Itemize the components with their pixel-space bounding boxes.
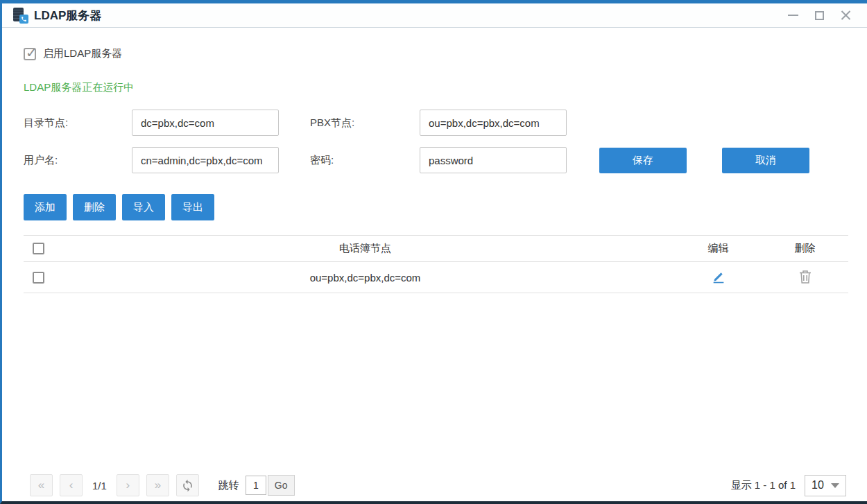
enable-ldap-checkbox[interactable]: [24, 48, 36, 60]
maximize-icon: [815, 11, 824, 20]
last-page-button[interactable]: »: [146, 474, 169, 496]
enable-ldap-label: 启用LDAP服务器: [43, 47, 122, 60]
pbx-node-label: PBX节点:: [310, 116, 420, 130]
enable-ldap-row: 启用LDAP服务器: [24, 47, 846, 60]
cancel-button[interactable]: 取消: [722, 148, 809, 173]
refresh-icon: [181, 479, 194, 492]
main-content: 启用LDAP服务器 LDAP服务器正在运行中 目录节点: PBX节点: 用户名:…: [2, 28, 867, 293]
window-controls: [787, 9, 857, 21]
edit-row-button[interactable]: [711, 269, 726, 284]
window-title: LDAP服务器: [34, 8, 101, 24]
close-icon: [841, 10, 851, 21]
trash-icon: [798, 269, 812, 284]
password-label: 密码:: [310, 154, 420, 167]
directory-node-input[interactable]: [132, 110, 279, 136]
jump-label: 跳转: [218, 479, 239, 492]
row-node-value: ou=pbx,dc=pbx,dc=com: [55, 272, 675, 284]
refresh-button[interactable]: [176, 474, 199, 496]
record-summary: 显示 1 - 1 of 1: [731, 479, 796, 492]
server-status-text: LDAP服务器正在运行中: [24, 81, 846, 94]
column-header-node: 电话簿节点: [55, 242, 675, 255]
pencil-icon: [711, 269, 726, 284]
minimize-icon: [788, 15, 798, 16]
page-size-value: 10: [812, 479, 824, 492]
form-row-1: 目录节点: PBX节点:: [24, 110, 846, 136]
ldap-server-window: LDAP服务器 启用LDAP服务器 LDAP服务器正在运行中 目录节点: PBX…: [0, 0, 867, 504]
import-button[interactable]: 导入: [122, 194, 165, 220]
add-button[interactable]: 添加: [24, 194, 67, 220]
username-label: 用户名:: [24, 154, 132, 167]
directory-node-label: 目录节点:: [24, 116, 132, 130]
pbx-node-input[interactable]: [420, 110, 567, 136]
column-header-edit: 编辑: [675, 242, 762, 255]
phonebook-toolbar: 添加 删除 导入 导出: [24, 194, 846, 220]
password-input[interactable]: [420, 147, 567, 173]
titlebar: LDAP服务器: [2, 3, 867, 28]
page-indicator: 1/1: [92, 480, 107, 492]
save-button[interactable]: 保存: [599, 148, 687, 173]
next-page-button[interactable]: ›: [117, 474, 139, 496]
row-checkbox[interactable]: [33, 272, 44, 284]
delete-row-button[interactable]: [798, 269, 812, 284]
maximize-button[interactable]: [813, 9, 825, 21]
column-header-delete: 删除: [762, 242, 848, 255]
close-button[interactable]: [839, 9, 852, 21]
form-row-2: 用户名: 密码: 保存 取消: [24, 147, 846, 173]
first-page-button[interactable]: «: [30, 474, 53, 496]
minimize-button[interactable]: [787, 9, 799, 21]
phone-badge-icon: [19, 15, 28, 24]
select-all-checkbox[interactable]: [33, 243, 44, 254]
go-button[interactable]: Go: [268, 475, 295, 496]
pagination-summary-area: 显示 1 - 1 of 1 10: [731, 475, 846, 496]
pagination-bar: « ‹ 1/1 › » 跳转 Go 显示 1 - 1 of 1 10: [30, 473, 846, 497]
export-button[interactable]: 导出: [171, 194, 214, 220]
pagination-controls: « ‹ 1/1 › » 跳转 Go: [30, 474, 295, 496]
table-row: ou=pbx,dc=pbx,dc=com: [24, 262, 848, 293]
username-input[interactable]: [132, 147, 279, 173]
table-header-row: 电话簿节点 编辑 删除: [24, 235, 848, 262]
page-size-dropdown[interactable]: 10: [805, 475, 846, 496]
phonebook-table: 电话簿节点 编辑 删除 ou=pbx,dc=pbx,dc=com: [24, 235, 848, 293]
server-phonebook-icon: [12, 7, 28, 24]
delete-button[interactable]: 删除: [73, 194, 116, 220]
chevron-down-icon: [831, 483, 839, 488]
prev-page-button[interactable]: ‹: [60, 474, 83, 496]
jump-page-input[interactable]: [246, 476, 266, 495]
